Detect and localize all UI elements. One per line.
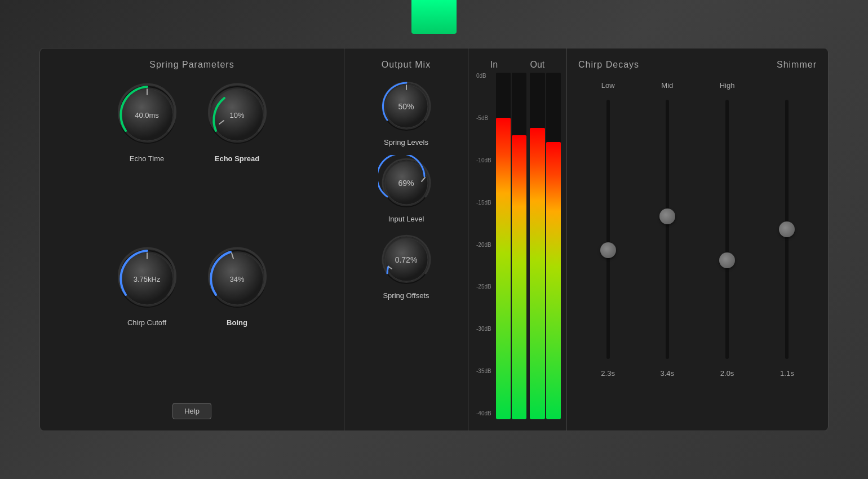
mid-slider-value: 3.4s: [661, 369, 675, 378]
low-slider-group: Low 2.3s: [601, 81, 615, 378]
boing-knob-container: 34% Boing: [203, 245, 271, 392]
svg-point-19: [385, 238, 428, 281]
vu-meters-section: In Out 0dB -5dB -10dB -15dB -20dB -25dB …: [468, 48, 567, 431]
shimmer-slider-group: 1.1s: [780, 81, 794, 378]
echo-time-knob-container: 40.0ms Echo Time: [113, 81, 181, 228]
spring-offsets-label: Spring Offsets: [383, 291, 429, 300]
svg-point-4: [211, 89, 263, 141]
high-slider-track[interactable]: [725, 100, 729, 359]
low-slider-thumb[interactable]: [600, 242, 616, 258]
vu-in-bar-left: [496, 73, 511, 419]
low-slider-value: 2.3s: [601, 369, 615, 378]
chirp-decays-section: Chirp Decays Shimmer Low 2.3s: [567, 48, 828, 431]
help-button[interactable]: Help: [172, 403, 211, 419]
vu-in-bar-right: [512, 73, 526, 419]
shimmer-slider-thumb[interactable]: [779, 221, 795, 237]
vu-out-label: Out: [530, 60, 544, 70]
chirp-decays-header: Chirp Decays Shimmer: [578, 60, 817, 70]
chirp-decays-title: Chirp Decays: [578, 60, 639, 70]
spring-levels-knob[interactable]: 50%: [378, 78, 435, 135]
svg-point-13: [385, 85, 428, 128]
shimmer-title: Shimmer: [777, 60, 817, 70]
vu-scale: 0dB -5dB -10dB -15dB -20dB -25dB -30dB -…: [474, 73, 494, 419]
input-level-container: 69% Input Level: [378, 155, 435, 223]
knobs-grid: 40.0ms Echo Time: [113, 81, 271, 392]
high-slider-label: High: [720, 81, 735, 90]
svg-point-16: [385, 162, 428, 205]
high-slider-thumb[interactable]: [719, 252, 735, 268]
echo-spread-label: Echo Spread: [215, 154, 259, 163]
echo-spread-knob[interactable]: 10%: [203, 81, 271, 149]
spring-offsets-container: 0.72% Spring Offsets: [378, 232, 435, 300]
echo-time-knob[interactable]: 40.0ms: [113, 81, 181, 149]
vu-out-bar-left: [530, 73, 544, 419]
shimmer-slider-track[interactable]: [785, 100, 789, 359]
output-mix-section: Output Mix 5: [344, 48, 468, 431]
echo-time-label: Echo Time: [130, 154, 164, 163]
shimmer-slider-value: 1.1s: [780, 369, 794, 378]
boing-label: Boing: [227, 318, 247, 327]
mid-slider-group: Mid 3.4s: [661, 81, 675, 378]
mid-slider-track[interactable]: [666, 100, 669, 359]
spring-params-section: Spring Parameters: [40, 48, 344, 431]
high-slider-group: High 2.0s: [720, 81, 735, 378]
mid-slider-thumb[interactable]: [659, 209, 675, 224]
low-slider-track[interactable]: [606, 100, 610, 359]
mid-slider-label: Mid: [661, 81, 673, 90]
svg-point-7: [121, 253, 173, 305]
svg-point-1: [121, 89, 173, 141]
vu-header: In Out: [474, 60, 561, 70]
vu-content: 0dB -5dB -10dB -15dB -20dB -25dB -30dB -…: [474, 73, 561, 419]
spring-params-title: Spring Parameters: [149, 60, 234, 70]
chirp-cutoff-knob[interactable]: 3.75kHz: [113, 245, 181, 313]
plugin-window: Spring Parameters: [39, 48, 829, 431]
boing-knob[interactable]: 34%: [203, 245, 271, 313]
spring-levels-label: Spring Levels: [384, 138, 428, 147]
green-indicator-bar: [411, 0, 457, 34]
echo-spread-knob-container: 10% Echo Spread: [203, 81, 271, 228]
high-slider-value: 2.0s: [720, 369, 734, 378]
low-slider-label: Low: [601, 81, 615, 90]
input-level-knob[interactable]: 69%: [378, 155, 435, 211]
spring-levels-container: 50% Spring Levels: [378, 78, 435, 147]
vu-in-label: In: [490, 60, 498, 70]
vu-out-bar-right: [546, 73, 561, 419]
chirp-cutoff-knob-container: 3.75kHz Chirp Cutoff: [113, 245, 181, 392]
input-level-label: Input Level: [388, 215, 424, 223]
spring-offsets-knob[interactable]: 0.72%: [378, 232, 435, 288]
chirp-cutoff-label: Chirp Cutoff: [127, 318, 166, 327]
shimmer-slider-label: [786, 81, 789, 90]
output-mix-title: Output Mix: [382, 60, 431, 70]
svg-point-10: [211, 253, 263, 305]
